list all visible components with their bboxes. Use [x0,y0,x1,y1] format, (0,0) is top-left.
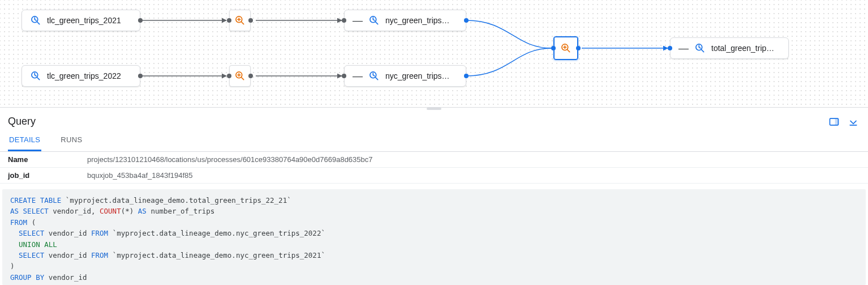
port-out [464,18,469,23]
port-in [227,18,231,23]
port-out [138,74,143,78]
collapse-icon[interactable]: — [353,71,363,81]
collapse-icon[interactable]: — [678,43,689,53]
lineage-node-process[interactable] [229,65,251,87]
node-label: nyc_green_trips… [385,71,450,80]
query-process-icon [234,15,246,26]
port-out [138,18,143,23]
lineage-node-process[interactable] [229,10,251,31]
port-out [248,74,253,78]
panel-tabs: DETAILS RUNS [0,130,868,152]
lineage-node-source[interactable]: tlc_green_trips_2022 [22,65,140,87]
svg-line-6 [37,22,40,24]
bigquery-icon [368,15,380,26]
detail-key: job_id [0,168,79,184]
lineage-node-table[interactable]: — nyc_green_trips… [344,65,466,87]
table-row: Name projects/123101210468/locations/us/… [0,152,868,168]
node-label: nyc_green_trips… [385,16,450,25]
side-panel-toggle-icon[interactable] [828,116,840,127]
query-process-icon [560,42,571,54]
lineage-node-source[interactable]: tlc_green_trips_2021 [22,10,140,31]
port-in [668,46,672,50]
bigquery-icon [368,70,380,82]
table-row: job_id bquxjob_453ba4af_1843f194f85 [0,168,868,184]
details-table: Name projects/123101210468/locations/us/… [0,152,868,184]
panel-title: Query [8,116,36,127]
svg-line-16 [376,78,378,80]
query-panel: Query DETAILS RUNS Name projects/1231012… [0,110,868,285]
collapse-panel-icon[interactable] [848,116,859,127]
node-label: tlc_green_trips_2021 [47,16,121,25]
detail-key: Name [0,152,79,168]
port-in [342,18,346,23]
port-in [342,74,346,78]
lineage-node-table[interactable]: — nyc_green_trips… [344,10,466,31]
bigquery-icon [30,15,41,26]
query-process-icon [234,70,246,82]
lineage-node-target[interactable]: — total_green_trip… [670,37,789,59]
port-out [464,74,469,78]
panel-actions [828,116,859,127]
svg-line-8 [37,78,40,80]
detail-value: projects/123101210468/locations/us/proce… [79,152,868,168]
node-label: total_green_trip… [711,44,774,53]
bigquery-icon [30,70,41,82]
svg-line-12 [242,78,244,80]
port-out [576,46,581,50]
svg-rect-22 [835,118,839,125]
lineage-node-process-selected[interactable] [553,36,578,60]
tab-runs[interactable]: RUNS [59,130,83,151]
panel-header: Query [0,110,868,130]
svg-line-14 [376,22,378,24]
tab-details[interactable]: DETAILS [8,130,41,151]
svg-line-20 [702,50,704,52]
port-in [551,46,556,50]
node-label: tlc_green_trips_2022 [47,71,121,80]
sql-code-block[interactable]: CREATE TABLE `myproject.data_lineage_dem… [2,189,866,285]
detail-value: bquxjob_453ba4af_1843f194f85 [79,168,868,184]
port-out [248,18,253,23]
lineage-canvas[interactable]: tlc_green_trips_2021 tlc_green_trips_202… [0,0,868,108]
bigquery-icon [694,42,706,54]
collapse-icon[interactable]: — [353,15,363,25]
port-in [227,74,231,78]
svg-line-18 [568,50,570,52]
svg-line-10 [242,22,244,24]
